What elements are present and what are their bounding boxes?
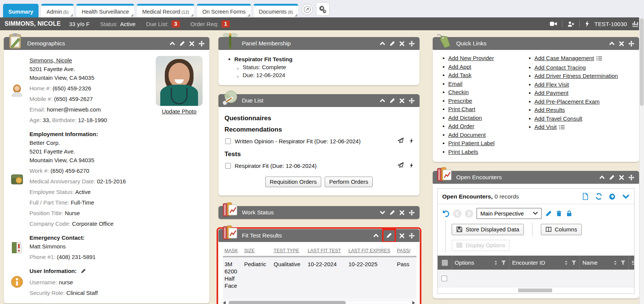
- close-icon[interactable]: [399, 98, 405, 104]
- due-item-checkbox[interactable]: [225, 138, 231, 144]
- edit-pencil-icon[interactable]: [179, 40, 185, 47]
- quick-action-bolt-icon[interactable]: [585, 20, 590, 27]
- order-req-count-badge[interactable]: 1: [221, 20, 230, 28]
- collapse-icon[interactable]: [379, 40, 385, 47]
- columns-button[interactable]: Columns: [541, 224, 582, 235]
- edit-pencil-icon[interactable]: [389, 98, 395, 104]
- due-list-count-badge[interactable]: 3: [172, 20, 180, 28]
- settings-gears-button[interactable]: [316, 2, 330, 16]
- close-icon[interactable]: [399, 210, 405, 216]
- move-icon[interactable]: [409, 40, 415, 47]
- scrollbar-thumb[interactable]: [518, 288, 552, 292]
- move-icon[interactable]: [409, 233, 415, 239]
- mask-cell: 3M 6200 Half Face: [223, 257, 243, 299]
- menu-list-icon[interactable]: [559, 124, 565, 132]
- sort-icon[interactable]: [494, 260, 498, 266]
- collapse-icon[interactable]: [169, 40, 175, 47]
- flowsheet-chart-icon[interactable]: [632, 20, 639, 27]
- column-header[interactable]: PASS/: [395, 247, 416, 257]
- column-header[interactable]: LAST FIT EXPIRES: [347, 247, 395, 257]
- collapse-icon[interactable]: [373, 233, 379, 239]
- column-header[interactable]: LAST FIT TEST: [306, 247, 347, 257]
- move-icon[interactable]: [628, 40, 635, 47]
- due-item-checkbox[interactable]: [225, 163, 231, 169]
- move-icon[interactable]: [409, 98, 415, 104]
- send-order-icon[interactable]: [397, 137, 404, 145]
- select-all-checkbox[interactable]: [442, 260, 448, 266]
- quick-link: Add Visit: [529, 123, 618, 132]
- filter-funnel-icon[interactable]: [501, 260, 506, 265]
- previous-perspective-button[interactable]: [453, 209, 461, 218]
- column-header-truncated[interactable]: S: [629, 256, 634, 270]
- perspective-select[interactable]: Main Perspective: [477, 208, 542, 219]
- tab-health-surveillance[interactable]: Health Surveillance: [76, 4, 134, 17]
- column-header-encounter-id[interactable]: Encounter ID: [509, 256, 579, 270]
- perform-orders-button[interactable]: Perform Orders: [325, 177, 373, 187]
- column-header[interactable]: TEST TYPE: [272, 247, 306, 257]
- move-icon[interactable]: [198, 40, 205, 47]
- tab-summary[interactable]: Summary: [3, 4, 39, 17]
- edit-pencil-icon[interactable]: [389, 209, 395, 216]
- store-displayed-data-button[interactable]: Store Displayed Data: [452, 224, 524, 235]
- display-options-button[interactable]: Display Options: [452, 240, 510, 251]
- move-icon[interactable]: [628, 174, 635, 181]
- tab-documents[interactable]: Documents(8): [254, 4, 298, 17]
- delete-perspective-trash-icon[interactable]: [556, 210, 562, 217]
- requisition-orders-button[interactable]: Requisition Orders: [265, 177, 321, 187]
- close-icon[interactable]: [399, 233, 405, 239]
- tab-admin[interactable]: Admin(5): [41, 4, 74, 17]
- scroll-right-arrow[interactable]: [412, 301, 415, 304]
- send-order-icon[interactable]: [397, 162, 404, 170]
- edit-pencil-icon[interactable]: [609, 174, 615, 180]
- lock-perspective-icon[interactable]: [566, 210, 573, 217]
- scrollbar-thumb[interactable]: [640, 18, 644, 106]
- video-visit-icon[interactable]: [550, 21, 557, 27]
- add-user-icon[interactable]: [567, 21, 574, 27]
- sort-icon[interactable]: [613, 260, 618, 266]
- tab-on-screen-forms[interactable]: On Screen Forms: [197, 4, 251, 17]
- sort-icon[interactable]: [564, 260, 568, 266]
- perform-order-bolt-icon[interactable]: [409, 162, 413, 170]
- tab-menu-fold-icon: [294, 14, 297, 17]
- grid-settings-gear-icon[interactable]: [608, 192, 616, 200]
- row-checkbox[interactable]: [441, 276, 447, 281]
- column-header[interactable]: SIZE: [243, 247, 272, 257]
- filter-funnel-icon[interactable]: [620, 260, 626, 265]
- page-vertical-scrollbar[interactable]: [639, 17, 644, 304]
- collapse-icon[interactable]: [379, 98, 385, 104]
- scrollbar-thumb[interactable]: [229, 301, 346, 304]
- close-icon[interactable]: [619, 175, 624, 180]
- next-perspective-button[interactable]: [465, 209, 473, 218]
- new-document-icon[interactable]: [582, 192, 589, 200]
- patient-name-link[interactable]: Simmons, Nicole: [29, 57, 72, 64]
- filter-funnel-icon[interactable]: [571, 260, 577, 265]
- collapse-icon[interactable]: [609, 40, 615, 47]
- popout-button[interactable]: [302, 4, 313, 15]
- move-icon[interactable]: [409, 209, 415, 216]
- collapse-grid-chevron-icon[interactable]: [622, 193, 630, 200]
- edit-perspective-pencil-icon[interactable]: [545, 210, 552, 217]
- demographics-panel: Demographics Update Photo: [4, 37, 209, 303]
- collapse-icon[interactable]: [599, 174, 605, 180]
- close-icon[interactable]: [399, 41, 405, 47]
- edit-user-info-pencil-icon[interactable]: [80, 267, 86, 276]
- close-icon[interactable]: [619, 41, 624, 47]
- edit-pencil-icon[interactable]: [386, 232, 392, 239]
- undo-icon[interactable]: [441, 209, 450, 218]
- edit-pencil-icon[interactable]: [389, 40, 395, 47]
- horizontal-scrollbar[interactable]: [221, 300, 416, 304]
- close-icon[interactable]: [189, 41, 195, 47]
- column-header[interactable]: MASK: [223, 247, 243, 257]
- update-photo-link[interactable]: Update Photo: [162, 108, 197, 115]
- scroll-left-arrow[interactable]: [223, 301, 226, 304]
- menu-list-icon[interactable]: [596, 55, 602, 63]
- expand-icon[interactable]: [379, 209, 385, 216]
- chart-book-icon: [221, 224, 239, 242]
- tab-medical-record[interactable]: Medical Record(12): [137, 4, 194, 17]
- column-header-options[interactable]: Options: [452, 256, 509, 270]
- horizontal-scrollbar[interactable]: [438, 287, 634, 293]
- divider: [562, 20, 562, 27]
- refresh-icon[interactable]: [595, 192, 603, 200]
- column-header-name[interactable]: Name: [579, 256, 629, 270]
- perform-order-bolt-icon[interactable]: [409, 138, 413, 145]
